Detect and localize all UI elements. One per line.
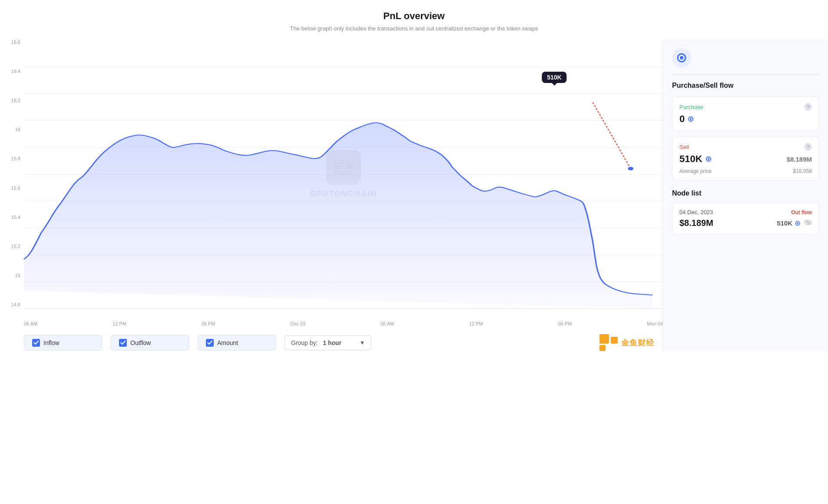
node-date: 04 Dec, 2023 — [679, 209, 713, 216]
x-label-3: Dec 03 — [290, 321, 305, 326]
svg-line-0 — [593, 102, 630, 169]
sell-token-icon — [705, 156, 712, 162]
svg-point-13 — [708, 158, 709, 160]
outflow-badge: Out flow — [791, 209, 812, 216]
node-token-icon — [795, 220, 801, 226]
avg-price-label: Average price — [679, 168, 712, 174]
y-axis: 14.8 15 15.2 15.4 15.6 15.8 16 16.2 16.4… — [0, 40, 24, 309]
sell-help-icon[interactable]: ? — [804, 143, 812, 151]
sell-label-row: Sell ? — [679, 143, 812, 151]
token-icon-row — [672, 48, 819, 75]
sell-usd-value: $8.189M — [787, 156, 812, 163]
x-label-2: 06 PM — [202, 321, 215, 326]
group-by-value: 1 hour — [323, 339, 341, 346]
y-label-2: 15.2 — [0, 244, 24, 249]
node-value: $8.189M — [679, 218, 713, 228]
y-label-7: 16.2 — [0, 98, 24, 103]
page-container: PnL overview The below graph only includ… — [0, 0, 828, 351]
token-icon — [672, 48, 691, 67]
svg-point-10 — [690, 118, 692, 120]
inflow-label: Inflow — [43, 339, 60, 346]
node-date-row: 04 Dec, 2023 Out flow — [679, 209, 812, 216]
chart-area: 14.8 15 15.2 15.4 15.6 15.8 16 16.2 16.4… — [0, 40, 663, 351]
node-card: 04 Dec, 2023 Out flow $8.189M 510K — [672, 202, 819, 235]
sell-value: 510K — [679, 153, 712, 165]
y-label-8: 16.4 — [0, 69, 24, 74]
purchase-value: 0 — [679, 113, 694, 125]
legend-bar: Inflow Outflow Amount Group by: — [0, 326, 663, 351]
sell-label: Sell — [679, 144, 689, 150]
inflow-checkbox[interactable] — [32, 339, 40, 347]
node-amount-group: 510K — [777, 219, 812, 227]
brand-name: 金鱼财经 — [621, 338, 654, 348]
purchase-label: Purchase — [679, 104, 703, 110]
x-label-6: 06 PM — [558, 321, 572, 326]
page-subtitle: The below graph only includes the transa… — [0, 25, 828, 32]
x-label-0: 06 AM — [24, 321, 37, 326]
x-label-1: 12 PM — [113, 321, 126, 326]
purchase-card: Purchase ? 0 — [672, 96, 819, 131]
amount-legend-item[interactable]: Amount — [198, 335, 276, 351]
outflow-legend-item[interactable]: Outflow — [111, 335, 189, 351]
eye-off-icon[interactable] — [804, 219, 812, 227]
chart-inner: 510K SPOTONCHAIN — [24, 40, 663, 309]
node-amount: 510K — [777, 219, 801, 227]
y-label-5: 15.8 — [0, 156, 24, 161]
y-label-3: 15.4 — [0, 215, 24, 220]
node-value-row: $8.189M 510K — [679, 218, 812, 228]
brand-logo-icon — [599, 334, 618, 351]
x-label-4: 06 AM — [381, 321, 394, 326]
x-label-5: 12 PM — [469, 321, 483, 326]
group-by-prefix: Group by: 1 hour — [291, 339, 341, 346]
x-label-7: Mon 04 — [647, 321, 663, 326]
main-layout: 14.8 15 15.2 15.4 15.6 15.8 16 16.2 16.4… — [0, 40, 828, 351]
y-label-6: 16 — [0, 127, 24, 132]
y-label-1: 15 — [0, 273, 24, 278]
amount-checkbox[interactable] — [206, 339, 214, 347]
brand-logo: 金鱼财经 — [599, 334, 663, 351]
purchase-token-icon — [687, 116, 694, 123]
y-label-0: 14.8 — [0, 302, 24, 307]
right-panel: Purchase/Sell flow Purchase ? 0 — [663, 40, 828, 351]
outflow-checkbox[interactable] — [119, 339, 127, 347]
avg-price-row: Average price $16.058 — [679, 168, 812, 174]
svg-point-1 — [627, 166, 634, 171]
dropdown-arrow-icon: ▼ — [360, 340, 365, 346]
svg-point-7 — [680, 56, 683, 60]
svg-point-16 — [797, 222, 798, 224]
purchase-value-row: 0 — [679, 113, 812, 125]
chart-svg — [24, 40, 663, 308]
avg-price-value: $16.058 — [793, 168, 812, 174]
y-label-9: 16.6 — [0, 40, 24, 45]
node-list-title: Node list — [672, 189, 819, 197]
outflow-label: Outflow — [130, 339, 151, 346]
purchase-help-icon[interactable]: ? — [804, 103, 812, 111]
purchase-label-row: Purchase ? — [679, 103, 812, 111]
x-axis: 06 AM 12 PM 06 PM Dec 03 06 AM 12 PM 06 … — [24, 318, 663, 326]
chart-wrapper: 14.8 15 15.2 15.4 15.6 15.8 16 16.2 16.4… — [0, 40, 663, 326]
amount-label: Amount — [217, 339, 238, 346]
y-label-4: 15.6 — [0, 186, 24, 191]
purchase-sell-title: Purchase/Sell flow — [672, 82, 819, 90]
sell-card: Sell ? 510K $8.189M Average p — [672, 136, 819, 181]
inflow-legend-item[interactable]: Inflow — [24, 335, 102, 351]
sell-value-row: 510K $8.189M — [679, 153, 812, 165]
group-by-control[interactable]: Group by: 1 hour ▼ — [285, 335, 371, 350]
page-title: PnL overview — [0, 0, 828, 25]
